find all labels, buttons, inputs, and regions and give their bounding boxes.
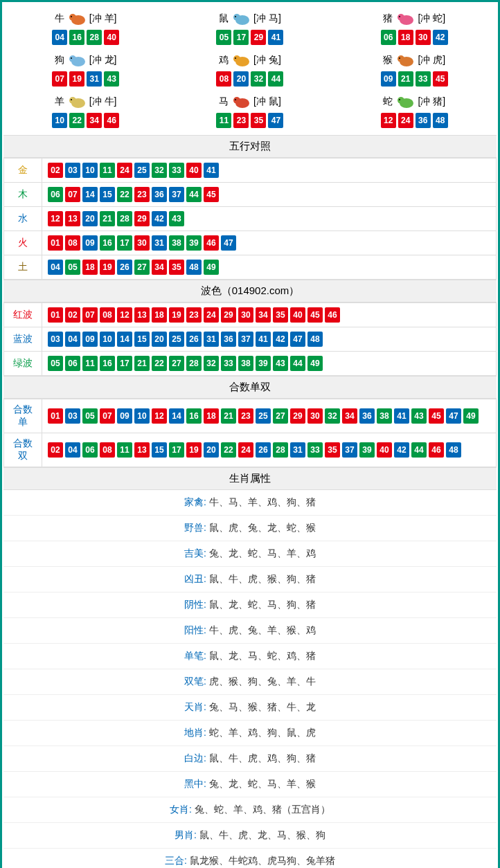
svg-point-8 bbox=[399, 16, 400, 17]
number-ball: 06 bbox=[82, 442, 98, 458]
table-row: 合数双0204060811131517192022242628313335373… bbox=[4, 433, 497, 467]
number-ball: 32 bbox=[251, 71, 266, 87]
zodiac-balls: 12243648 bbox=[332, 113, 497, 128]
number-ball: 28 bbox=[87, 30, 102, 45]
number-ball: 45 bbox=[204, 187, 219, 202]
number-ball: 11 bbox=[216, 113, 231, 128]
zodiac-name: 羊 bbox=[55, 96, 64, 108]
number-ball: 05 bbox=[82, 408, 98, 424]
zodiac-name: 鼠 bbox=[219, 12, 229, 25]
row-label: 木 bbox=[4, 183, 42, 207]
number-ball: 21 bbox=[221, 408, 236, 424]
number-ball: 47 bbox=[446, 408, 461, 424]
number-ball: 40 bbox=[186, 163, 202, 178]
number-ball: 18 bbox=[398, 30, 413, 45]
main-container: 牛[冲 羊]04162840鼠[冲 马]05172941猪[冲 蛇]061830… bbox=[0, 0, 500, 868]
row-balls: 02031011242532334041 bbox=[42, 159, 497, 183]
heshu-table: 合数单0103050709101214161821232527293032343… bbox=[3, 399, 497, 467]
zodiac-name: 牛 bbox=[55, 12, 64, 25]
attr-row: 三合: 鼠龙猴、牛蛇鸡、虎马狗、兔羊猪 bbox=[3, 849, 497, 868]
number-ball: 43 bbox=[411, 408, 427, 424]
attr-value: 鼠、龙、蛇、马、狗、猪 bbox=[209, 599, 316, 610]
zodiac-animal-icon bbox=[230, 52, 252, 69]
number-ball: 42 bbox=[273, 332, 288, 347]
attr-label: 单笔: bbox=[184, 650, 209, 661]
number-ball: 09 bbox=[82, 235, 98, 251]
zodiac-grid: 牛[冲 羊]04162840鼠[冲 马]05172941猪[冲 蛇]061830… bbox=[3, 3, 497, 135]
attr-row: 女肖: 兔、蛇、羊、鸡、猪（五宫肖） bbox=[3, 797, 497, 823]
bose-table: 红波0102070812131819232429303435404546蓝波03… bbox=[3, 302, 497, 376]
number-ball: 08 bbox=[65, 235, 80, 251]
number-ball: 32 bbox=[152, 163, 167, 178]
attr-value: 兔、蛇、羊、鸡、猪（五宫肖） bbox=[195, 804, 330, 815]
wuxing-header: 五行对照 bbox=[3, 135, 497, 158]
attr-label: 男肖: bbox=[175, 829, 199, 840]
number-ball: 39 bbox=[359, 442, 375, 458]
number-ball: 22 bbox=[117, 187, 132, 202]
attr-value: 鼠龙猴、牛蛇鸡、虎马狗、兔羊猪 bbox=[190, 855, 335, 866]
number-ball: 10 bbox=[52, 113, 67, 128]
number-ball: 15 bbox=[152, 442, 167, 458]
number-ball: 46 bbox=[204, 235, 219, 251]
number-ball: 43 bbox=[104, 71, 119, 87]
zodiac-name: 狗 bbox=[55, 54, 64, 66]
number-ball: 01 bbox=[48, 307, 63, 323]
row-balls: 0102070812131819232429303435404546 bbox=[42, 303, 497, 327]
number-ball: 09 bbox=[381, 71, 396, 87]
number-ball: 35 bbox=[325, 442, 340, 458]
number-ball: 23 bbox=[233, 113, 249, 128]
number-ball: 21 bbox=[398, 71, 413, 87]
number-ball: 03 bbox=[65, 163, 80, 178]
number-ball: 48 bbox=[433, 113, 448, 128]
number-ball: 14 bbox=[82, 187, 98, 202]
table-row: 木06071415222336374445 bbox=[4, 183, 497, 207]
row-label: 火 bbox=[4, 231, 42, 255]
attr-row: 家禽: 牛、马、羊、鸡、狗、猪 bbox=[3, 490, 497, 516]
number-ball: 25 bbox=[256, 408, 271, 424]
number-ball: 28 bbox=[117, 211, 132, 226]
zodiac-cell: 牛[冲 羊]04162840 bbox=[3, 7, 168, 48]
svg-point-5 bbox=[235, 16, 236, 17]
bose-header: 波色（014902.com） bbox=[3, 280, 497, 302]
zodiac-animal-icon bbox=[66, 93, 88, 110]
attr-row: 黑中: 兔、龙、蛇、马、羊、猴 bbox=[3, 772, 497, 797]
number-ball: 37 bbox=[169, 187, 184, 202]
number-ball: 11 bbox=[100, 163, 115, 178]
zodiac-animal-icon bbox=[230, 93, 252, 110]
zodiac-name: 猴 bbox=[383, 54, 393, 66]
number-ball: 24 bbox=[238, 442, 253, 458]
attr-value: 蛇、羊、鸡、狗、鼠、虎 bbox=[209, 727, 316, 738]
number-ball: 28 bbox=[186, 356, 202, 371]
number-ball: 03 bbox=[48, 332, 63, 347]
zodiac-animal-icon bbox=[66, 10, 88, 27]
table-row: 土04051819262734354849 bbox=[4, 255, 497, 280]
zodiac-cell: 猴[冲 虎]09213345 bbox=[332, 48, 497, 90]
number-ball: 20 bbox=[233, 71, 249, 87]
number-ball: 25 bbox=[134, 163, 150, 178]
number-ball: 47 bbox=[221, 235, 236, 251]
attr-row: 双笔: 虎、猴、狗、兔、羊、牛 bbox=[3, 669, 497, 695]
number-ball: 40 bbox=[377, 442, 392, 458]
number-ball: 37 bbox=[342, 442, 357, 458]
number-ball: 22 bbox=[152, 356, 167, 371]
number-ball: 34 bbox=[342, 408, 357, 424]
attr-value: 虎、猴、狗、兔、羊、牛 bbox=[209, 676, 316, 687]
attr-row: 野兽: 鼠、虎、兔、龙、蛇、猴 bbox=[3, 516, 497, 541]
number-ball: 19 bbox=[169, 307, 184, 323]
zodiac-balls: 07193143 bbox=[3, 71, 168, 87]
number-ball: 23 bbox=[134, 187, 150, 202]
number-ball: 31 bbox=[204, 332, 219, 347]
zodiac-name: 蛇 bbox=[383, 96, 393, 108]
attr-label: 白边: bbox=[184, 752, 209, 763]
row-label: 绿波 bbox=[4, 352, 42, 376]
heshu-header: 合数单双 bbox=[3, 376, 497, 399]
number-ball: 32 bbox=[325, 408, 340, 424]
number-ball: 26 bbox=[186, 332, 202, 347]
zodiac-cell: 狗[冲 龙]07193143 bbox=[3, 48, 168, 90]
row-balls: 1213202128294243 bbox=[42, 207, 497, 231]
zodiac-balls: 08203244 bbox=[168, 71, 332, 87]
table-row: 水1213202128294243 bbox=[4, 207, 497, 231]
number-ball: 14 bbox=[117, 332, 132, 347]
zodiac-name: 马 bbox=[219, 96, 229, 108]
number-ball: 44 bbox=[411, 442, 427, 458]
